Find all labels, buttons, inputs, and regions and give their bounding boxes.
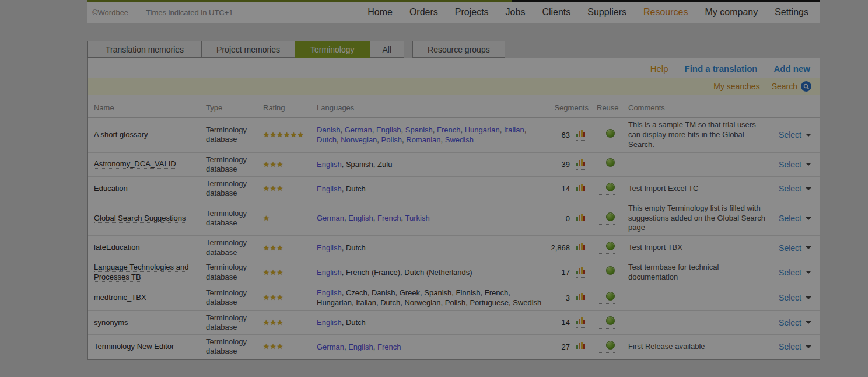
bar-chart-icon[interactable]: [576, 242, 586, 253]
select-dropdown-button[interactable]: Select: [779, 243, 811, 253]
resource-name-cell: medtronic_TBX: [88, 293, 206, 303]
resource-name-link[interactable]: Global Search Suggestions: [94, 214, 186, 223]
language-link[interactable]: English: [376, 125, 401, 134]
reuse-status-icon[interactable]: [597, 158, 615, 170]
language-link[interactable]: Romanian: [406, 135, 440, 144]
reuse-status-icon[interactable]: [597, 266, 615, 278]
nav-item-home[interactable]: Home: [368, 7, 393, 18]
select-dropdown-button[interactable]: Select: [779, 293, 811, 302]
language-link[interactable]: English: [317, 268, 342, 277]
bar-chart-icon[interactable]: [576, 213, 586, 224]
language-link[interactable]: English: [317, 160, 342, 169]
language-link[interactable]: Polish: [382, 135, 402, 144]
language-text: Polish: [445, 298, 466, 307]
language-link[interactable]: Swedish: [445, 135, 474, 144]
tab-project-memories[interactable]: Project memories: [201, 41, 295, 58]
find-a-translation-link[interactable]: Find a translation: [684, 64, 757, 74]
resource-name-link[interactable]: lateEducation: [94, 243, 140, 252]
nav-item-clients[interactable]: Clients: [542, 7, 570, 18]
bar-chart-icon[interactable]: [576, 159, 586, 170]
language-link[interactable]: French: [377, 214, 401, 222]
reuse-status-icon[interactable]: [597, 292, 615, 304]
tab-all[interactable]: All: [370, 41, 405, 58]
rating-stars: ★★★: [263, 160, 317, 169]
language-text: Dutch: [346, 243, 366, 252]
resource-type-cell: Terminology database: [206, 125, 263, 145]
nav-item-orders[interactable]: Orders: [410, 7, 438, 18]
resource-name-link[interactable]: Terminology New Editor: [94, 342, 174, 351]
resource-name-link[interactable]: A short glossary: [94, 130, 148, 139]
nav-item-suppliers[interactable]: Suppliers: [587, 7, 626, 18]
select-dropdown-button[interactable]: Select: [779, 268, 811, 277]
bar-chart-icon[interactable]: [576, 292, 586, 303]
language-link[interactable]: Danish: [317, 125, 340, 134]
bar-chart-icon[interactable]: [576, 341, 586, 352]
select-dropdown-button[interactable]: Select: [779, 214, 811, 223]
language-link[interactable]: English: [348, 214, 373, 222]
language-text: Dutch (Netherlands): [404, 268, 472, 277]
resource-type-cell: Terminology database: [206, 238, 263, 257]
reuse-status-icon[interactable]: [597, 316, 615, 329]
resource-name-cell: Global Search Suggestions: [88, 214, 206, 224]
resource-name-cell: A short glossary: [88, 130, 206, 140]
search-button[interactable]: Search: [772, 81, 811, 92]
chart-cell: [572, 130, 594, 141]
nav-item-my-company[interactable]: My company: [705, 7, 758, 18]
comment-text: Test Import TBX: [628, 243, 774, 253]
nav-item-resources[interactable]: Resources: [643, 7, 688, 18]
reuse-status-icon[interactable]: [597, 129, 615, 141]
chart-cell: [572, 183, 594, 194]
language-link[interactable]: Spanish: [405, 125, 433, 134]
reuse-status-icon[interactable]: [597, 341, 615, 353]
reuse-status-icon[interactable]: [597, 183, 615, 195]
timezone-note: Times indicated in UTC+1: [146, 8, 233, 17]
add-new-link[interactable]: Add new: [774, 64, 811, 74]
nav-item-settings[interactable]: Settings: [775, 7, 808, 18]
resource-name-link[interactable]: medtronic_TBX: [94, 293, 146, 302]
select-dropdown-button[interactable]: Select: [779, 160, 811, 169]
bar-chart-icon[interactable]: [576, 267, 586, 278]
select-label: Select: [779, 130, 802, 139]
bar-chart-icon[interactable]: [576, 130, 586, 141]
comment-text: First Release available: [628, 342, 774, 352]
language-link[interactable]: German: [317, 343, 344, 351]
bar-chart-icon[interactable]: [576, 183, 586, 194]
tab-resource-groups[interactable]: Resource groups: [412, 41, 505, 58]
language-link[interactable]: Norwegian: [341, 135, 377, 144]
select-dropdown-button[interactable]: Select: [779, 184, 811, 193]
language-text: Dutch: [346, 318, 366, 327]
resource-name-link[interactable]: synonyms: [94, 318, 128, 327]
select-dropdown-button[interactable]: Select: [779, 342, 811, 351]
select-label: Select: [779, 214, 802, 223]
my-searches-link[interactable]: My searches: [713, 82, 760, 91]
resource-name-link[interactable]: Education: [94, 184, 128, 193]
language-link[interactable]: English: [317, 288, 342, 297]
language-link[interactable]: German: [345, 125, 372, 134]
language-link[interactable]: Italian: [504, 125, 524, 134]
tab-translation-memories[interactable]: Translation memories: [88, 41, 201, 58]
language-link[interactable]: English: [317, 184, 342, 193]
select-dropdown-button[interactable]: Select: [779, 318, 811, 327]
table-row: Terminology New Editor Terminology datab…: [88, 335, 820, 359]
reuse-status-icon[interactable]: [597, 212, 615, 225]
bar-chart-icon[interactable]: [576, 317, 586, 328]
language-link[interactable]: English: [317, 243, 342, 252]
language-link[interactable]: English: [317, 318, 342, 327]
language-link[interactable]: German: [317, 214, 344, 222]
chevron-down-icon: [806, 163, 811, 166]
resource-name-link[interactable]: Astronomy_DCA_VALID: [94, 159, 176, 169]
language-link[interactable]: Turkish: [405, 214, 430, 222]
resource-name-link[interactable]: Language Technologies and Processes TB: [94, 263, 188, 282]
help-link[interactable]: Help: [650, 64, 668, 74]
language-link[interactable]: English: [348, 343, 373, 351]
nav-item-projects[interactable]: Projects: [455, 7, 489, 18]
language-link[interactable]: Dutch: [317, 135, 337, 144]
language-link[interactable]: Hungarian: [465, 125, 500, 134]
language-link[interactable]: French: [377, 343, 401, 351]
nav-item-jobs[interactable]: Jobs: [506, 7, 526, 18]
language-link[interactable]: French: [437, 125, 460, 134]
tab-terminology[interactable]: Terminology: [295, 41, 369, 58]
select-label: Select: [779, 184, 802, 193]
reuse-status-icon[interactable]: [597, 242, 615, 254]
select-dropdown-button[interactable]: Select: [779, 130, 811, 139]
